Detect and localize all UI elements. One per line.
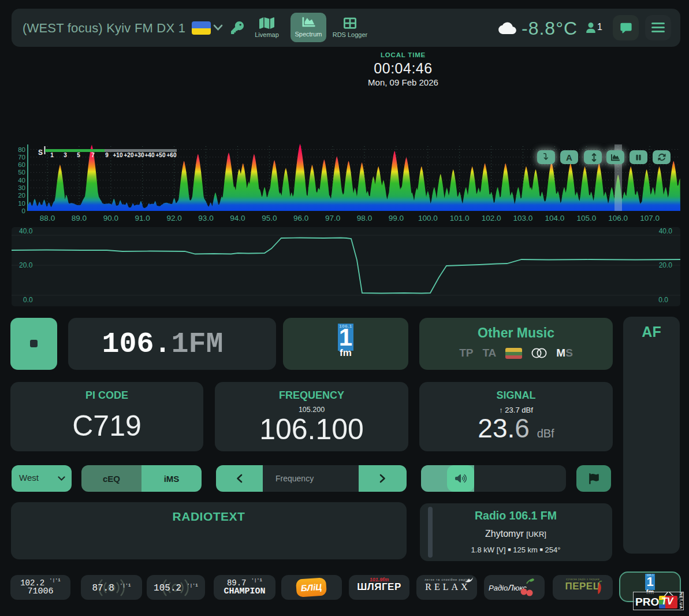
- svg-text:40.0: 40.0: [659, 227, 673, 235]
- svg-text:0.0: 0.0: [23, 296, 33, 304]
- svg-text:20.0: 20.0: [19, 261, 33, 269]
- svg-text:40.0: 40.0: [19, 227, 33, 235]
- svg-text:0.0: 0.0: [658, 296, 668, 304]
- svg-text:20.0: 20.0: [659, 261, 673, 269]
